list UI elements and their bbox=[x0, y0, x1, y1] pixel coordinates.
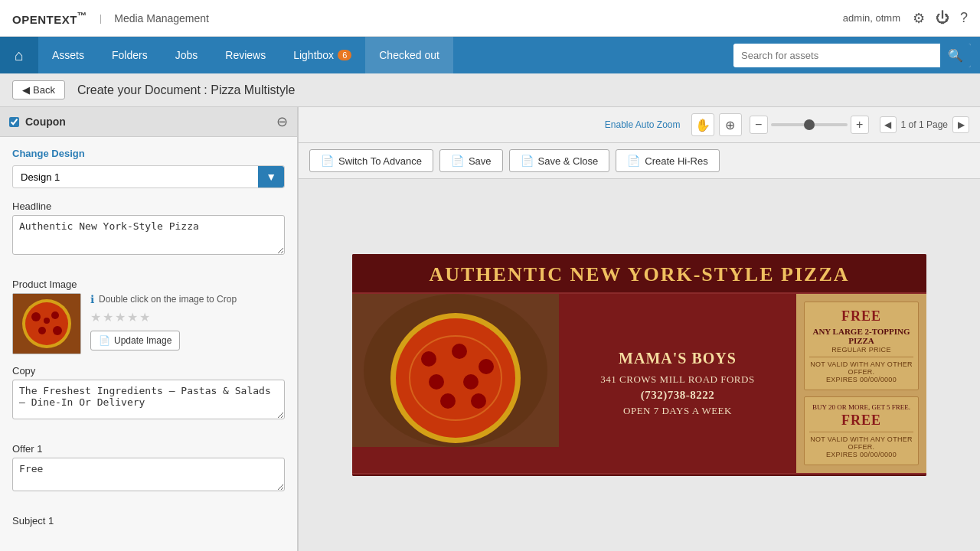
star-rating: ★★★★★ bbox=[90, 310, 285, 324]
coupon1-title: Any Large 2-Topping Pizza bbox=[809, 327, 913, 345]
product-image-thumb[interactable] bbox=[12, 293, 81, 354]
left-panel: Coupon ⊖ Change Design Design 1 Design 2… bbox=[0, 107, 299, 551]
nav-home-button[interactable]: ⌂ bbox=[0, 37, 38, 73]
change-design-label: Change Design bbox=[12, 148, 285, 159]
logo-divider: | bbox=[100, 12, 102, 24]
product-image-label: Product Image bbox=[12, 279, 285, 290]
page-header: ◀ Back Create your Document : Pizza Mult… bbox=[0, 73, 980, 107]
nav-item-reviews[interactable]: Reviews bbox=[211, 37, 279, 73]
page-title: Create your Document : Pizza Multistyle bbox=[77, 83, 296, 97]
save-close-button[interactable]: 📄 Save & Close bbox=[509, 149, 610, 172]
pizza-ad-body: Mama's Boys 341 Crows Mill Road Fords (7… bbox=[352, 294, 926, 473]
pizza-ad-footer: The Freshest Ingredients – Pastas & Sala… bbox=[352, 473, 926, 476]
pizza-ad-preview: Authentic New York-Style Pizza bbox=[352, 254, 926, 476]
subject1-label: Subject 1 bbox=[12, 515, 285, 527]
headline-textarea[interactable]: Authentic New York-Style Pizza bbox=[12, 215, 285, 255]
svg-point-3 bbox=[31, 312, 41, 321]
info-icon: ℹ bbox=[90, 293, 94, 305]
nav-item-folders[interactable]: Folders bbox=[98, 37, 162, 73]
canvas-toolbar: Enable Auto Zoom ✋ ⊕ − + ◀ 1 of 1 Page ▶ bbox=[299, 107, 980, 143]
zoom-bar: − + bbox=[750, 116, 869, 134]
right-panel: Enable Auto Zoom ✋ ⊕ − + ◀ 1 of 1 Page ▶ bbox=[299, 107, 980, 551]
coupon-box-2: Buy 20 or More, Get 5 Free. FREE Not val… bbox=[804, 396, 919, 465]
coupon2-free: FREE bbox=[809, 412, 913, 429]
svg-point-14 bbox=[479, 359, 494, 374]
back-arrow-icon: ◀ bbox=[22, 84, 30, 96]
auto-zoom-label[interactable]: Enable Auto Zoom bbox=[605, 119, 681, 130]
nav-item-jobs[interactable]: Jobs bbox=[162, 37, 212, 73]
zoom-slider[interactable] bbox=[771, 123, 848, 126]
search-input[interactable] bbox=[733, 45, 940, 66]
pizza-ad-headline: Authentic New York-Style Pizza bbox=[352, 254, 926, 294]
help-icon[interactable]: ? bbox=[960, 10, 968, 26]
switch-to-advance-button[interactable]: 📄 Switch To Advance bbox=[309, 149, 433, 172]
save-button[interactable]: 📄 Save bbox=[439, 149, 503, 172]
zoom-out-button[interactable]: − bbox=[750, 116, 768, 134]
logo-tm: ™ bbox=[77, 11, 87, 21]
copy-label: Copy bbox=[12, 365, 285, 377]
panel-title: Coupon bbox=[25, 116, 66, 128]
copy-textarea[interactable]: The Freshest Ingredients – Pastas & Sala… bbox=[12, 380, 285, 419]
design-select-arrow-icon: ▼ bbox=[258, 166, 284, 187]
svg-point-18 bbox=[471, 393, 486, 409]
restaurant-hours: Open 7 Days a week bbox=[623, 405, 732, 417]
panel-body: Change Design Design 1 Design 2 Design 3… bbox=[0, 137, 297, 548]
save-close-icon: 📄 bbox=[521, 155, 534, 167]
product-image-section: Product Image bbox=[12, 279, 285, 354]
svg-point-6 bbox=[53, 326, 62, 335]
offer1-section: Offer 1 Free bbox=[12, 443, 285, 504]
nav-item-checked-out[interactable]: Checked out bbox=[365, 37, 453, 73]
svg-point-4 bbox=[51, 311, 59, 319]
power-icon[interactable]: ⏻ bbox=[936, 10, 949, 26]
restaurant-name: Mama's Boys bbox=[619, 350, 737, 367]
image-tip: ℹ Double click on the image to Crop bbox=[90, 293, 285, 305]
top-bar-icons: ⚙ ⏻ ? bbox=[913, 10, 968, 27]
next-page-button[interactable]: ▶ bbox=[952, 116, 969, 133]
panel-header: Coupon ⊖ bbox=[0, 107, 297, 137]
page-nav: ◀ 1 of 1 Page ▶ bbox=[880, 116, 969, 133]
user-info: admin, otmm bbox=[843, 12, 900, 24]
search-button[interactable]: 🔍 bbox=[940, 44, 971, 67]
panel-close-button[interactable]: ⊖ bbox=[276, 113, 288, 130]
prev-page-button[interactable]: ◀ bbox=[880, 116, 897, 133]
pizza-ad-coupons: Free Any Large 2-Topping Pizza Regular P… bbox=[796, 294, 926, 473]
main-layout: Coupon ⊖ Change Design Design 1 Design 2… bbox=[0, 107, 980, 551]
coupon1-small1: Not valid with any other offer. bbox=[809, 360, 913, 376]
coupon-checkbox[interactable] bbox=[9, 117, 19, 127]
svg-point-12 bbox=[421, 351, 436, 367]
headline-section: Headline Authentic New York-Style Pizza bbox=[12, 201, 285, 268]
restaurant-address: 341 Crows Mill Road Fords bbox=[600, 373, 754, 386]
coupon-box-1: Free Any Large 2-Topping Pizza Regular P… bbox=[804, 302, 919, 390]
nav-search: 🔍 bbox=[724, 37, 980, 73]
hand-tool-button[interactable]: ✋ bbox=[691, 113, 714, 136]
product-image-info: ℹ Double click on the image to Crop ★★★★… bbox=[90, 293, 285, 350]
logo-text: OPENTEXT™ bbox=[12, 11, 87, 26]
pizza-thumbnail-svg bbox=[13, 294, 80, 354]
pizza-main-svg bbox=[352, 294, 559, 447]
offer1-label: Offer 1 bbox=[12, 443, 285, 455]
coupon2-expires: Expires 00/00/0000 bbox=[809, 451, 913, 458]
nav-item-assets[interactable]: Assets bbox=[38, 37, 98, 73]
back-button[interactable]: ◀ Back bbox=[12, 80, 65, 99]
coupon1-expires: Expires 00/00/0000 bbox=[809, 376, 913, 383]
pizza-ad-info: Mama's Boys 341 Crows Mill Road Fords (7… bbox=[559, 294, 796, 473]
nav-bar: ⌂ Assets Folders Jobs Reviews Lightbox 6… bbox=[0, 37, 980, 73]
move-tool-button[interactable]: ⊕ bbox=[719, 113, 742, 136]
nav-item-lightbox[interactable]: Lightbox 6 bbox=[279, 37, 365, 73]
svg-point-16 bbox=[463, 374, 479, 390]
zoom-in-button[interactable]: + bbox=[851, 116, 869, 134]
logo-subtitle: Media Management bbox=[114, 12, 209, 24]
save-icon: 📄 bbox=[451, 155, 464, 167]
coupon1-free: Free bbox=[809, 308, 913, 324]
offer1-textarea[interactable]: Free bbox=[12, 458, 285, 491]
subject1-section: Subject 1 bbox=[12, 515, 285, 527]
settings-icon[interactable]: ⚙ bbox=[913, 10, 925, 27]
coupon1-subtitle: Regular Price bbox=[809, 346, 913, 354]
update-image-button[interactable]: 📄 Update Image bbox=[90, 331, 180, 350]
page-info: 1 of 1 Page bbox=[901, 119, 948, 130]
design-select[interactable]: Design 1 Design 2 Design 3 bbox=[13, 167, 258, 187]
canvas-area: Authentic New York-Style Pizza bbox=[299, 179, 980, 551]
product-image-row: ℹ Double click on the image to Crop ★★★★… bbox=[12, 293, 285, 354]
restaurant-phone: (732)738-8222 bbox=[641, 389, 715, 402]
create-hires-button[interactable]: 📄 Create Hi-Res bbox=[616, 149, 719, 172]
